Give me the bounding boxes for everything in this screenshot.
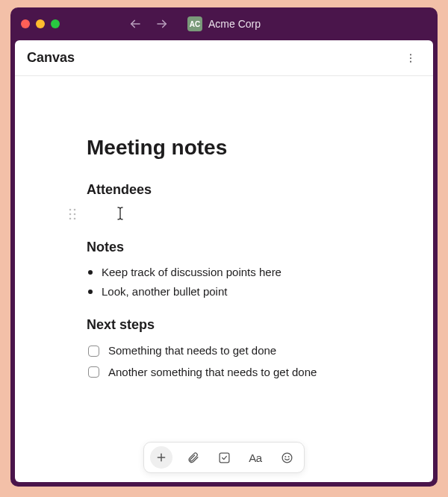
plus-icon [155, 451, 167, 463]
svg-point-5 [69, 209, 72, 211]
titlebar: AC Acme Corp [10, 7, 438, 40]
insert-checklist-button[interactable] [213, 446, 235, 469]
svg-point-8 [74, 213, 76, 216]
text-cursor-icon [116, 207, 124, 220]
app-window: AC Acme Corp Canvas Meeting notes Attend… [10, 7, 438, 487]
section-heading-notes: Notes [87, 240, 379, 255]
paperclip-icon [187, 451, 199, 464]
text-format-button[interactable]: Aa [244, 446, 267, 469]
checklist-item[interactable]: Another something that needs to get done [87, 362, 379, 384]
nav-forward-button[interactable] [155, 17, 169, 31]
emoji-picker-button[interactable] [276, 446, 298, 469]
document-title: Meeting notes [87, 136, 379, 160]
svg-rect-13 [220, 453, 229, 463]
nav-back-button[interactable] [128, 17, 142, 31]
floating-toolbar: Aa [143, 442, 305, 473]
more-vertical-icon [405, 52, 417, 64]
checklist-item[interactable]: Something that needs to get done [87, 340, 379, 362]
svg-point-16 [288, 456, 289, 457]
svg-point-6 [74, 209, 76, 211]
workspace-name: Acme Corp [208, 18, 261, 30]
arrow-right-icon [155, 17, 169, 31]
svg-point-14 [282, 453, 292, 463]
more-actions-button[interactable] [400, 48, 421, 69]
arrow-left-icon [128, 17, 142, 31]
content-frame: Canvas Meeting notes Attendees [15, 40, 433, 482]
minimize-window-button[interactable] [36, 19, 45, 28]
attendees-empty-line[interactable] [87, 205, 379, 223]
notes-bullet-list: Keep track of discussion points here Loo… [87, 263, 379, 301]
nav-arrows [128, 17, 169, 31]
svg-point-2 [410, 54, 411, 55]
tab-title: Canvas [27, 50, 75, 66]
checklist-item-label: Something that needs to get done [108, 340, 276, 362]
workspace-switcher[interactable]: AC Acme Corp [187, 16, 261, 31]
section-heading-next-steps: Next steps [87, 317, 379, 333]
attach-file-button[interactable] [181, 446, 204, 469]
maximize-window-button[interactable] [51, 19, 60, 28]
close-window-button[interactable] [21, 19, 30, 28]
svg-point-10 [74, 218, 76, 220]
list-item[interactable]: Keep track of discussion points here [102, 263, 379, 282]
canvas-document[interactable]: Meeting notes Attendees Notes [15, 76, 433, 482]
svg-point-9 [69, 218, 72, 220]
section-heading-attendees: Attendees [87, 182, 379, 198]
window-controls [21, 19, 60, 28]
checklist-item-label: Another something that needs to get done [108, 362, 317, 384]
checkbox[interactable] [88, 346, 99, 357]
tab-header: Canvas [15, 40, 433, 76]
checkbox-icon [218, 451, 231, 464]
checkbox[interactable] [88, 366, 99, 378]
svg-point-4 [410, 60, 411, 62]
insert-menu-button[interactable] [150, 446, 172, 469]
svg-point-15 [285, 456, 286, 457]
svg-point-7 [69, 213, 72, 216]
text-format-icon: Aa [249, 451, 261, 464]
workspace-badge: AC [187, 16, 202, 31]
list-item[interactable]: Look, another bullet point [102, 282, 379, 301]
drag-handle[interactable] [67, 207, 78, 221]
svg-point-3 [410, 57, 411, 58]
drag-handle-icon [69, 208, 76, 220]
smile-icon [281, 451, 293, 464]
